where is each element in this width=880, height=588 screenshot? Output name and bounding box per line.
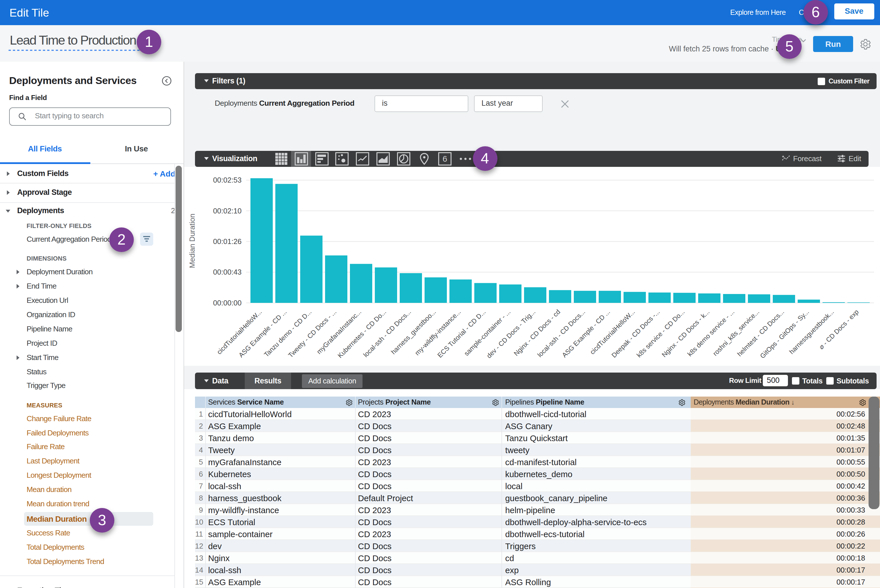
svg-text:local-ssh - CD Docs...: local-ssh - CD Docs... (362, 308, 412, 358)
svg-text:00:02:10: 00:02:10 (213, 207, 241, 215)
svg-text:helmtest - CD Docs...: helmtest - CD Docs... (735, 308, 785, 358)
svg-text:6: 6 (442, 154, 447, 163)
svg-text:myGrafanaInstanc...: myGrafanaInstanc... (315, 308, 363, 356)
svg-text:Median Duration: Median Duration (188, 214, 196, 268)
svg-text:sample-container - ...: sample-container - ... (462, 308, 511, 357)
svg-text:cicdTutorialHelloW...: cicdTutorialHelloW... (588, 308, 636, 356)
svg-text:Tanzu demo - CD D...: Tanzu demo - CD D... (262, 308, 313, 358)
svg-text:00:00:43: 00:00:43 (213, 268, 241, 276)
svg-text:ASG Example - CD ...: ASG Example - CD ... (560, 308, 611, 359)
svg-text:my-wildfly-instance...: my-wildfly-instance... (413, 308, 462, 357)
svg-text:ASG Example - CD ...: ASG Example - CD ... (237, 308, 288, 359)
svg-text:cicdTutorialHelloW...: cicdTutorialHelloW... (215, 308, 263, 356)
svg-text:Tweety - CD Docs - ...: Tweety - CD Docs - ... (286, 308, 338, 359)
svg-text:00:02:53: 00:02:53 (213, 176, 241, 184)
svg-text:harness_guestboo...: harness_guestboo... (390, 308, 437, 356)
svg-text:roshni_k8s_service...: roshni_k8s_service... (711, 308, 760, 357)
svg-text:local-ssh - CD Docs...: local-ssh - CD Docs... (536, 308, 587, 358)
svg-text:k8s demo service - ...: k8s demo service - ... (686, 308, 735, 358)
svg-text:Nginx - CD Docs - k...: Nginx - CD Docs - k... (660, 308, 711, 358)
svg-text:k8s service - CD Do...: k8s service - CD Do... (635, 308, 686, 359)
svg-text:00:01:26: 00:01:26 (213, 237, 241, 245)
svg-text:GitOps - GitOps - Sy...: GitOps - GitOps - Sy... (758, 308, 810, 360)
svg-text:ECS Tutorial - CD D...: ECS Tutorial - CD D... (436, 308, 487, 359)
svg-text:Nginx - CD Docs - cd: Nginx - CD Docs - cd (512, 308, 561, 357)
svg-text:dev - CD Docs - Trig...: dev - CD Docs - Trig... (485, 308, 537, 360)
svg-text:harnessguestbook...: harnessguestbook... (787, 308, 835, 356)
svg-text:Deepak - CD Docs -...: Deepak - CD Docs -... (610, 308, 661, 359)
svg-text:Kubernetes - CD Do...: Kubernetes - CD Do... (336, 308, 387, 359)
svg-text:00:00:00: 00:00:00 (213, 299, 241, 307)
